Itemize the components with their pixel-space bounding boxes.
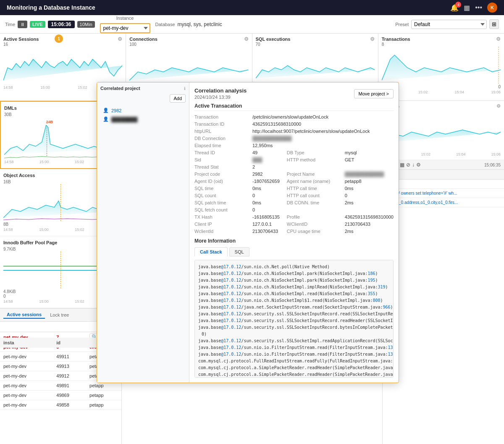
transactions-gear[interactable]: ⚙ [496, 36, 501, 42]
value-http-method: GET [345, 157, 394, 162]
value-wclient-id2: 2130706433 [252, 229, 284, 234]
dmls-title: DMLs [4, 106, 17, 111]
table-row[interactable]: pet-my-dev 49858 petapp [0, 400, 121, 410]
call-stack-area[interactable]: java.base@17.0.12/sun.nio.ch.Net.poll(Na… [194, 260, 394, 378]
stack-line-2: java.base@17.0.12/sun.nio.ch.NioSocketIm… [198, 277, 390, 284]
stack-line-12: java.base@17.0.12/sun.nio.io.FilterInput… [198, 351, 390, 358]
correlation-panel: Correlated project ℹ Add 👤 2982 👤 ██████… [97, 82, 399, 383]
stack-line-10: java.base@17.0.12/sun.security.ssl.SSLSo… [198, 338, 390, 344]
object-access-title: Object Access [3, 173, 35, 178]
right-row[interactable]: 0.id,o1_0.address,o1_0.city,o1_0.firs... [383, 198, 504, 207]
transactions-time-axis: 15:0015:0215:0415:06 [382, 89, 501, 95]
sql-tab[interactable]: SQL [229, 247, 249, 256]
call-stack-tab[interactable]: Call Stack [194, 247, 228, 256]
info-tabs: Call Stack SQL [194, 247, 394, 256]
label-empty1 [287, 143, 341, 148]
label-sql-time: SQL time [194, 186, 249, 191]
value-sql-time: 0ms [252, 186, 284, 191]
connections-gear[interactable]: ⚙ [244, 36, 249, 42]
innodb-title: Innodb Buffer Pool Page [3, 240, 57, 245]
right-row[interactable]: test1 #/ owners set telephone='#' wh... [383, 189, 504, 198]
stack-line-6: java.base@17.0.12/java.net.SocketInputSt… [198, 304, 390, 311]
label-http-call-count: HTTP call count [287, 193, 341, 198]
delete-icon[interactable]: ⊘ [406, 162, 410, 168]
cell-id: 49913 [53, 362, 86, 371]
database-value: mysql, sys, petclinic [178, 21, 222, 27]
right-row[interactable]: ep(#) [383, 180, 504, 189]
project-link-8-blurred: ████████ [111, 117, 137, 122]
correlated-project-title: Correlated project [100, 86, 140, 91]
notification-icon[interactable]: 🔔 4 [450, 4, 459, 12]
sql-exec-gear[interactable]: ⚙ [370, 36, 375, 42]
controls-bar: Time ⏸ LIVE 15:06:36 10Min Instance pet-… [0, 15, 504, 34]
value-agent-id: -1807652659 [252, 179, 284, 184]
notification-badge: 4 [455, 2, 461, 8]
avatar[interactable]: K [487, 3, 497, 13]
value-elapsed: 12,950ms [252, 143, 284, 148]
value-db-connection: ████████████ [252, 136, 394, 141]
project-link-2982[interactable]: 2982 [111, 108, 121, 113]
svg-text:24B: 24B [46, 120, 53, 124]
cell-user: petapp [86, 400, 121, 410]
time-label: Time [5, 22, 15, 27]
time-group: Time ⏸ LIVE 15:06:36 10Min [5, 21, 95, 28]
stack-line-1: java.base@17.0.12/sun.nio.ch.NioSocketIm… [198, 270, 390, 277]
stack-line-0: java.base@17.0.12/sun.nio.ch.Net.poll(Na… [198, 264, 390, 270]
instance-group: Instance pet-my-dev [100, 16, 150, 33]
col-instance: insta [0, 338, 53, 348]
value-http-call-count: 0 [345, 193, 394, 198]
more-icon[interactable]: ••• [475, 4, 482, 11]
correlation-analysis-panel: Correlation analysis 2024/10/24 13:39 Mo… [189, 82, 399, 383]
add-project-button[interactable]: Add [170, 94, 186, 103]
value-sid: ███ [252, 157, 284, 162]
label-db-conn-time: DB CONN. time [287, 200, 341, 205]
right-vsec-chart: v(sec) ⚙ 0 15:0015:0215:0415:06 [383, 101, 504, 160]
active-sessions-gear[interactable]: ⚙ [118, 36, 122, 42]
active-sessions-tab[interactable]: Active sessions [3, 311, 45, 319]
preset-select[interactable]: Default [411, 20, 487, 29]
value-sql-count: 0 [252, 193, 284, 198]
label-wclient-id: WClientID [287, 222, 341, 227]
project-icon: 👤 [103, 116, 109, 122]
instance-select[interactable]: pet-my-dev [100, 23, 150, 33]
stack-line-7: java.base@17.0.12/sun.security.ssl.SSLSo… [198, 311, 390, 317]
lock-tree-tab[interactable]: Lock tree [47, 312, 72, 318]
label-sql-count: SQL count [194, 193, 249, 198]
cell-instance: pet-my-dev [0, 362, 53, 371]
settings-icon[interactable]: ⚙ [416, 162, 421, 168]
correlated-project-info[interactable]: ℹ [184, 86, 186, 91]
label-sid: Sid [194, 157, 249, 162]
label-cpu-usage: CPU usage time [287, 229, 341, 234]
value-sql-patch-time: 0ms [252, 200, 284, 205]
cell-id: 49891 [53, 381, 86, 391]
label-project-code: Project code [194, 172, 249, 177]
value-tx-hash: -1616805135 [252, 214, 284, 219]
label-thread-stat: Thread Stat [194, 164, 249, 169]
download-icon[interactable]: ↓ [412, 162, 415, 168]
stack-line-15: com.mysql.cj.protocol.a.SimplePacketRead… [198, 371, 390, 378]
cell-id: 49869 [53, 391, 86, 400]
grid-icon[interactable]: ▦ [464, 4, 470, 12]
min-badge: 10Min [77, 21, 95, 28]
right-chart-gear[interactable]: ⚙ [496, 103, 501, 109]
label-agent-name: Agent name (oname) [287, 179, 341, 184]
pause-button[interactable]: ⏸ [18, 21, 27, 28]
project-item-2982[interactable]: 👤 2982 [100, 106, 186, 115]
grid-view-icon[interactable]: ▦ [400, 162, 404, 168]
time-display: 15:06:36 [48, 21, 75, 28]
connections-max: 100 [129, 42, 248, 47]
cell-id: 49912 [53, 371, 86, 381]
right-chart-area [386, 109, 501, 147]
move-project-button[interactable]: Move project > [354, 89, 394, 98]
table-row[interactable]: pet-my-dev 49869 petapp [0, 391, 121, 400]
cell-user: petapp [86, 391, 121, 400]
label-db-type: DB Type [287, 150, 341, 155]
project-item-8[interactable]: 👤 ████████ [100, 115, 186, 124]
grid-settings-button[interactable]: ⊞ [489, 19, 499, 29]
value-http-call-time: 0ms [345, 186, 394, 191]
active-transaction-title: Active Transacation [194, 103, 394, 111]
more-info-title: More Information [194, 238, 394, 244]
value-wclient-id: 2130706433 [345, 222, 394, 227]
label-http-method: HTTP method [287, 157, 341, 162]
right-table-body: ep(#) test1 #/ owners set telephone='#' … [383, 180, 504, 207]
